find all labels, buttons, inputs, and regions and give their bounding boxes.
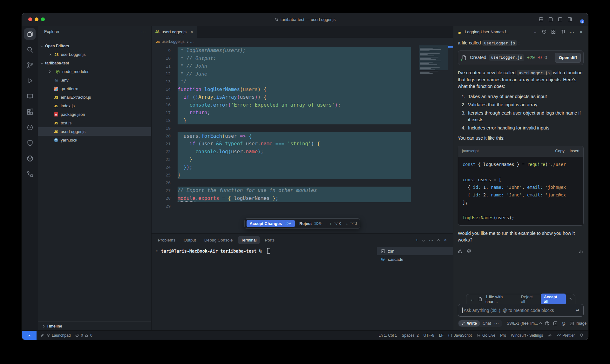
problems-indicator[interactable]: 0 0 (75, 333, 92, 338)
panel-bottom-icon[interactable] (558, 17, 563, 22)
write-mode-button[interactable]: Write (458, 320, 480, 327)
image-button[interactable]: Image (569, 321, 587, 326)
activity-explorer-icon[interactable] (24, 28, 36, 40)
book-icon[interactable] (560, 29, 565, 34)
activity-source-control-icon[interactable] (24, 59, 36, 71)
activity-remote-window-icon[interactable] (24, 90, 36, 102)
open-diff-button[interactable]: Open diff (555, 53, 581, 63)
panel-tab-ports[interactable]: Ports (262, 236, 278, 244)
minimize-window-button[interactable] (35, 17, 38, 21)
terminal-output[interactable]: ○ tari@Taris-MacBook-Air tariibaba-test … (152, 246, 377, 330)
status-bell-icon[interactable] (580, 333, 584, 337)
panel-tab-problems[interactable]: Problems (155, 236, 179, 244)
plus-icon[interactable]: + (532, 29, 538, 34)
arrow-left-icon[interactable]: ← (470, 297, 475, 301)
account-avatar[interactable]: 1 (577, 16, 583, 23)
timeline-section[interactable]: Timeline (38, 321, 151, 330)
panel-tab-debug-console[interactable]: Debug Console (201, 236, 236, 244)
panel-left-icon[interactable] (548, 17, 553, 22)
status-spaces-2[interactable]: Spaces: 2 (402, 333, 418, 338)
sidebar-more-icon[interactable]: ··· (141, 29, 146, 34)
plus-icon[interactable]: + (416, 237, 418, 242)
cascade-title[interactable]: Logging User Names f... (465, 30, 509, 34)
breadcrumb[interactable]: JS userLogger.js … (152, 38, 453, 45)
copy-button[interactable]: Copy (555, 148, 565, 154)
status-lf[interactable]: LF (439, 333, 444, 338)
inline-code-link[interactable]: userLogger.js (517, 70, 552, 76)
activity-shield-icon[interactable] (24, 137, 36, 149)
file-item-yarn.lock[interactable]: Yyarn.lock (38, 136, 151, 144)
next-change-button[interactable]: ↓⌥J (346, 221, 358, 226)
file-item-index.js[interactable]: JSindex.js (38, 102, 151, 110)
status-windsurf-settings[interactable]: Windsurf - Settings (511, 333, 543, 338)
tab-userlogger[interactable]: JS userLogger.js × (152, 26, 197, 38)
activity-search-icon[interactable] (24, 44, 36, 55)
chat-input-box[interactable]: ↵ (458, 304, 584, 317)
history-icon[interactable] (542, 29, 547, 34)
activity-history-icon[interactable] (24, 122, 36, 133)
status-utf-8[interactable]: UTF-8 (424, 333, 434, 338)
chat-input[interactable] (464, 308, 576, 313)
more-icon[interactable]: ··· (429, 237, 433, 242)
status-javascript[interactable]: { }JavaScript (448, 333, 472, 338)
activity-extensions-icon[interactable] (24, 106, 36, 117)
blocks-icon[interactable] (551, 29, 556, 34)
return-icon[interactable]: ↵ (575, 308, 580, 313)
file-item-userLogger.js[interactable]: JSuserLogger.js (38, 127, 151, 136)
minimap[interactable] (419, 45, 448, 70)
thumbs-up-icon[interactable] (458, 249, 463, 254)
close-icon[interactable]: × (49, 52, 52, 57)
status-prettier[interactable]: ✓✓Prettier (557, 333, 575, 338)
remote-indicator[interactable]: >< (22, 331, 37, 340)
file-item-.env[interactable]: .env (38, 76, 151, 84)
panel-tab-output[interactable]: Output (180, 236, 199, 244)
close-window-button[interactable] (28, 17, 32, 21)
open-editor-userlogger[interactable]: × JS userLogger.js (38, 50, 151, 59)
panel-tab-terminal[interactable]: Terminal (238, 236, 260, 244)
layout-grid-icon[interactable] (539, 17, 544, 22)
close-tab-icon[interactable]: × (191, 30, 193, 34)
zoom-window-button[interactable] (41, 17, 45, 21)
more-modes-button[interactable]: ··· (493, 320, 502, 327)
reject-changes-button[interactable]: Reject ⌘⊗ (298, 221, 323, 226)
terminal-item-cascade[interactable]: cascade (377, 255, 453, 263)
reject-all-button[interactable]: Reject all (521, 295, 538, 304)
activity-package-icon[interactable] (24, 153, 36, 164)
close-icon[interactable]: × (444, 237, 447, 242)
status-gear-icon[interactable] (548, 333, 552, 337)
open-editors-section[interactable]: Open Editors (38, 42, 151, 50)
chevron-down-icon[interactable] (458, 30, 462, 34)
accept-changes-button[interactable]: Accept Changes ⌘↵ (247, 220, 295, 227)
chevron-up-icon[interactable] (569, 298, 572, 300)
chat-mode-button[interactable]: Chat (481, 320, 493, 327)
code-editor[interactable]: 9 * logUserNames(users);10 * // Output:1… (152, 45, 453, 233)
mention-icon[interactable]: @ (561, 321, 566, 326)
close-icon[interactable]: × (579, 29, 584, 34)
prev-change-button[interactable]: ↑⌥K (329, 221, 342, 226)
file-item-package.json[interactable]: npackage.json (38, 110, 151, 119)
status-go-live[interactable]: Go Live (477, 333, 495, 338)
file-item-.prettierrc[interactable]: .prettierrc (38, 84, 151, 93)
chevron-up-icon[interactable] (438, 237, 440, 242)
bar-chart-icon[interactable] (579, 249, 584, 254)
activity-run-debug-icon[interactable] (24, 75, 36, 86)
accept-all-button[interactable]: Accept all (541, 294, 566, 305)
edit-box-icon[interactable] (553, 321, 558, 326)
thumbs-down-icon[interactable] (466, 249, 471, 254)
file-item-node_modules[interactable]: node_modules (38, 67, 151, 76)
status-pro[interactable]: Pro (500, 333, 506, 338)
status-ln-1-col-1[interactable]: Ln 1, Col 1 (378, 333, 397, 338)
activity-workflow-icon[interactable] (24, 168, 36, 180)
chevron-down-icon[interactable] (423, 237, 424, 242)
terminal-item-zsh[interactable]: zsh (377, 247, 453, 255)
more-icon[interactable]: ··· (569, 29, 574, 34)
help-icon[interactable] (545, 321, 550, 326)
insert-button[interactable]: Insert (570, 148, 580, 154)
panel-right-icon[interactable] (567, 17, 573, 22)
file-item-test.js[interactable]: JStest.js (38, 119, 151, 127)
file-item-emailExtractor.js[interactable]: JSemailExtractor.js (38, 93, 151, 102)
created-file-card[interactable]: Created userLogger.js +29 -0 0 Open diff (458, 50, 584, 65)
model-selector[interactable]: SWE-1 (free lim... (507, 321, 541, 326)
root-folder-section[interactable]: tariibaba-test (38, 59, 151, 67)
launchpad-button[interactable]: Launchpad (40, 333, 71, 338)
